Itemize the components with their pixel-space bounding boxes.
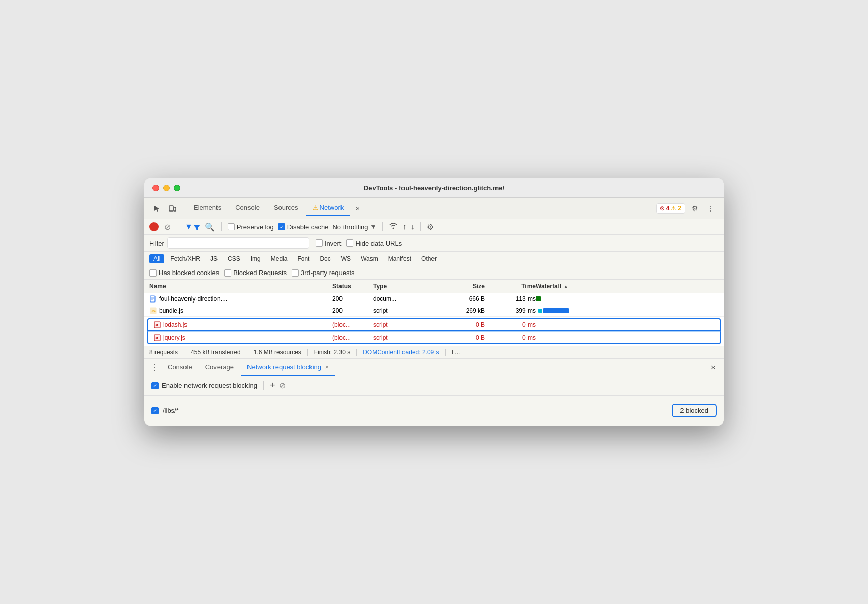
svg-rect-0 — [169, 206, 173, 211]
filter-input[interactable] — [167, 237, 309, 249]
tab-console[interactable]: Console — [229, 201, 266, 216]
settings-gear-icon[interactable]: ⚙ — [688, 202, 701, 215]
record-button[interactable] — [149, 222, 159, 231]
pattern-checkbox[interactable]: ✓ — [151, 407, 159, 414]
traffic-lights — [152, 185, 180, 191]
row2-wf-cyan — [538, 309, 542, 313]
type-filter-css[interactable]: CSS — [224, 254, 244, 263]
hide-data-urls-check[interactable] — [346, 239, 353, 247]
table-row-blocked-2[interactable]: ⊗ jquery.js (bloc... script 0 B 0 ms — [147, 331, 721, 344]
filter-bar: Filter Invert Hide data URLs — [144, 235, 724, 252]
search-icon[interactable]: 🔍 — [205, 222, 215, 232]
svg-point-3 — [393, 228, 394, 229]
th-size: Size — [434, 283, 485, 290]
type-filter-img[interactable]: Img — [246, 254, 265, 263]
type-filter-bar: All Fetch/XHR JS CSS Img Media Font Doc … — [144, 252, 724, 266]
row2-filename: bundle.js — [159, 307, 183, 314]
throttle-label: No throttling — [332, 223, 368, 231]
enable-blocking-check[interactable]: ✓ — [151, 382, 159, 389]
close-button[interactable] — [152, 185, 159, 191]
wifi-icon[interactable] — [389, 222, 398, 232]
svg-marker-2 — [193, 225, 200, 230]
type-filter-other[interactable]: Other — [417, 254, 441, 263]
invert-checkbox[interactable]: Invert — [316, 239, 342, 247]
blocked-badge: 2 blocked — [672, 404, 717, 417]
toolbar-sep-4 — [420, 222, 421, 231]
type-filter-doc[interactable]: Doc — [316, 254, 334, 263]
clear-button[interactable]: ⊘ — [163, 222, 172, 231]
bottom-tab-network-blocking[interactable]: Network request blocking × — [241, 359, 335, 376]
row1-type: docum... — [373, 295, 434, 303]
type-filter-js[interactable]: JS — [206, 254, 222, 263]
error-count: 4 — [666, 205, 670, 212]
blocking-pattern: /libs/* — [163, 407, 668, 414]
cookie-filter-bar: Has blocked cookies Blocked Requests 3rd… — [144, 266, 724, 280]
blocked-requests-check[interactable] — [224, 269, 231, 277]
minimize-button[interactable] — [163, 185, 170, 191]
disable-cache-check[interactable]: ✓ — [278, 223, 285, 230]
row4-time: 0 ms — [485, 334, 536, 341]
filter-icon[interactable]: ▼ — [184, 222, 201, 231]
blocked-requests-checkbox[interactable]: Blocked Requests — [224, 269, 287, 277]
type-filter-media[interactable]: Media — [267, 254, 292, 263]
preserve-log-checkbox[interactable]: Preserve log — [228, 223, 274, 231]
clear-patterns-button[interactable]: ⊘ — [279, 381, 286, 390]
blocked-cookies-checkbox[interactable]: Has blocked cookies — [149, 269, 219, 277]
download-icon[interactable]: ↓ — [410, 222, 414, 231]
invert-check[interactable] — [316, 239, 323, 247]
row2-time: 399 ms — [485, 307, 536, 314]
window-title: DevTools - foul-heavenly-direction.glitc… — [364, 184, 504, 192]
type-filter-all[interactable]: All — [149, 254, 164, 263]
type-filter-fetchxhr[interactable]: Fetch/XHR — [166, 254, 204, 263]
warning-icon: ⚠ — [671, 205, 676, 212]
status-bar: 8 requests 455 kB transferred 1.6 MB res… — [144, 346, 724, 359]
third-party-checkbox[interactable]: 3rd-party requests — [292, 269, 355, 277]
network-settings-icon[interactable]: ⚙ — [427, 222, 434, 232]
tab-network-warn: ⚠ Network — [313, 204, 344, 212]
device-icon[interactable] — [166, 202, 179, 215]
enable-blocking-checkbox[interactable]: ✓ Enable network request blocking — [151, 382, 257, 389]
tab-network[interactable]: ⚠ Network — [306, 201, 350, 216]
row2-status: 200 — [332, 307, 373, 314]
disable-cache-checkbox[interactable]: ✓ Disable cache — [278, 223, 329, 231]
toolbar-right: ⊗ 4 ⚠ 2 ⚙ ⋮ — [656, 202, 718, 215]
svg-text:⊗: ⊗ — [155, 336, 158, 340]
type-filter-wasm[interactable]: Wasm — [357, 254, 382, 263]
upload-icon[interactable]: ↑ — [402, 222, 406, 231]
third-party-check[interactable] — [292, 269, 299, 277]
table-row[interactable]: foul-heavenly-direction.... 200 docum...… — [144, 293, 724, 305]
bottom-tab-console[interactable]: Console — [162, 359, 198, 376]
preserve-log-check[interactable] — [228, 223, 235, 230]
maximize-button[interactable] — [174, 185, 180, 191]
tab-sources[interactable]: Sources — [268, 201, 304, 216]
row2-name: JS bundle.js — [149, 307, 332, 314]
network-toolbar: ⊘ ▼ 🔍 Preserve log ✓ Disable cache No th… — [144, 219, 724, 235]
cursor-icon[interactable] — [150, 202, 164, 215]
more-options-icon[interactable]: ⋮ — [704, 202, 718, 215]
blocked-cookies-label: Has blocked cookies — [159, 269, 219, 277]
add-pattern-button[interactable]: + — [270, 380, 275, 391]
toolbar-sep-2 — [221, 222, 222, 231]
bottom-tab-coverage[interactable]: Coverage — [199, 359, 240, 376]
hide-data-urls-checkbox[interactable]: Hide data URLs — [346, 239, 402, 247]
blocked-cookies-check[interactable] — [149, 269, 157, 277]
tab-elements[interactable]: Elements — [188, 201, 227, 216]
row4-name: ⊗ jquery.js — [153, 334, 332, 341]
close-tab-icon[interactable]: × — [325, 364, 329, 371]
filter-input-wrap: Filter — [149, 237, 309, 249]
resources-size: 1.6 MB resources — [247, 349, 308, 356]
throttle-dropdown-icon[interactable]: ▼ — [370, 223, 377, 230]
error-icon: ⊗ — [660, 205, 665, 212]
blocked-icon-2: ⊗ — [153, 334, 161, 341]
type-filter-manifest[interactable]: Manifest — [384, 254, 415, 263]
bottom-more-icon[interactable]: ⋮ — [148, 360, 161, 374]
sort-icon[interactable]: ▲ — [563, 284, 568, 289]
type-filter-font[interactable]: Font — [293, 254, 314, 263]
row1-name: foul-heavenly-direction.... — [149, 295, 332, 303]
close-panel-button[interactable]: × — [707, 361, 720, 374]
table-row-blocked-1[interactable]: ⊗ lodash.js (bloc... script 0 B 0 ms — [147, 318, 721, 331]
transferred-size: 455 kB transferred — [184, 349, 247, 356]
type-filter-ws[interactable]: WS — [337, 254, 355, 263]
table-row[interactable]: JS bundle.js 200 script 269 kB 399 ms — [144, 305, 724, 317]
more-tabs-button[interactable]: » — [352, 202, 363, 214]
